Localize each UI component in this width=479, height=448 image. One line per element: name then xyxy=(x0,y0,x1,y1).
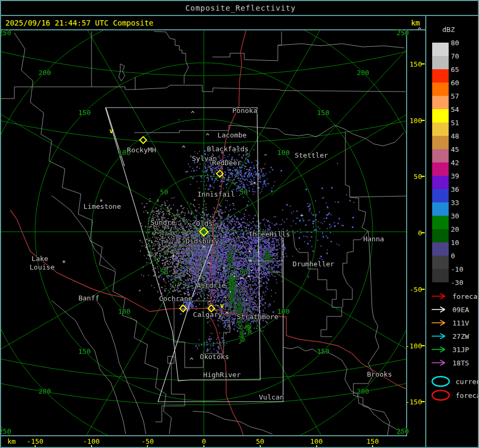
timestamp-bar: 2025/09/16 21:44:57 UTC Composite km xyxy=(1,16,425,30)
right-axis-label: 150 xyxy=(410,60,422,68)
ring-distance-label: 100 xyxy=(277,148,290,156)
dbz-cell-label: 54 xyxy=(451,106,472,113)
dbz-cell xyxy=(432,189,449,202)
dbz-cell-label: 51 xyxy=(451,119,472,126)
boundary-line xyxy=(52,300,126,434)
dbz-bottom-label: -30 xyxy=(451,279,472,286)
city-label-stettler: Stettler xyxy=(295,151,328,159)
right-axis-label: 100 xyxy=(410,116,422,124)
boundary-line xyxy=(353,231,390,435)
dbz-cell-label: 80 xyxy=(451,39,472,46)
boundary-line xyxy=(155,356,272,434)
dbz-cell-label: 20 xyxy=(451,226,472,233)
storm-vector-marker: v xyxy=(109,127,113,135)
city-label-didsbury: Didsbury xyxy=(186,237,219,245)
legend-row-27ZW: 27ZW xyxy=(431,332,469,340)
city-label-airdrie: Airdrie xyxy=(197,281,226,289)
town-marker: + xyxy=(249,257,252,264)
town-marker: ^ xyxy=(191,110,194,118)
legend-label: forecast xyxy=(452,292,479,300)
dbz-cell xyxy=(432,56,449,69)
dbz-cell xyxy=(432,136,449,149)
city-label-ponoka: Ponoka xyxy=(233,107,258,115)
right-distance-axis: 150100500-50-100-150 xyxy=(406,30,425,435)
bottom-distance-axis: km -150-100-50050100150 xyxy=(1,436,425,448)
dbz-cell xyxy=(432,269,449,282)
town-marker: + xyxy=(248,248,252,255)
dbz-cell-label: -10 xyxy=(451,266,472,273)
city-label-highriver: HighRiver xyxy=(203,371,241,379)
bottom-axis-tick xyxy=(316,445,317,448)
right-axis-label: -50 xyxy=(410,285,422,293)
dbz-cell-label: 10 xyxy=(451,239,472,246)
city-label-calgary: Calgary xyxy=(193,311,222,319)
bottom-axis-tick xyxy=(147,445,148,448)
dbz-cell xyxy=(432,83,449,96)
town-marker: ^ xyxy=(240,276,243,284)
legend-label: 111V xyxy=(452,319,469,327)
dbz-cell-label: 45 xyxy=(451,146,472,153)
legend-row-09EA: 09EA xyxy=(431,305,469,314)
city-label-blackfalds: Blackfalds xyxy=(207,145,249,153)
ring-distance-label: 50 xyxy=(160,267,168,275)
bottom-axis-tick xyxy=(260,445,261,448)
boundary-line xyxy=(96,299,146,434)
bottom-axis-label: 150 xyxy=(366,437,378,445)
dbz-cell-label: 0 xyxy=(451,252,472,259)
legend-label: 31JP xyxy=(452,346,469,354)
radar-sector-outline xyxy=(106,108,125,166)
city-label-cochrane: Cochrane xyxy=(159,295,193,303)
track-arrow-icon xyxy=(431,306,449,313)
city-label-innisfail: Innisfail xyxy=(197,190,235,198)
radar-map-view[interactable]: 5050505010010010010015015015015020020020… xyxy=(1,30,407,436)
current-ellipse-icon xyxy=(431,375,452,388)
ring-distance-label: 50 xyxy=(240,188,248,196)
colorscale-legend-panel: dBZ 807065605754514845423936333020100-10… xyxy=(425,16,479,448)
window-title-bar: Composite_Reflectivity xyxy=(1,1,479,16)
ring-distance-label: 200 xyxy=(38,69,51,77)
boundary-line xyxy=(293,230,342,337)
dbz-cell-label: 70 xyxy=(451,53,472,60)
top-unit-label: km xyxy=(411,19,420,27)
bottom-axis-label: -150 xyxy=(27,437,43,445)
legend-label: 09EA xyxy=(452,306,469,314)
city-label-rockymh: RockyMH xyxy=(127,146,156,154)
city-label-banff: Banff xyxy=(78,294,99,302)
city-label-lake: Lake xyxy=(31,255,48,263)
legend-row-forecast: forecast xyxy=(431,292,479,300)
legend-row-31JP: 31JP xyxy=(431,345,469,354)
ring-distance-label: 50 xyxy=(160,188,168,196)
dbz-cell-label: 60 xyxy=(451,79,472,86)
ring-distance-label: 100 xyxy=(277,307,290,315)
city-label-reddeer: RedDeer xyxy=(212,159,242,167)
legend-label: 18TS xyxy=(452,359,469,367)
city-label-lacombe: Lacombe xyxy=(218,131,247,139)
right-axis-tick xyxy=(421,63,425,64)
dbz-cell-label: 42 xyxy=(451,159,472,166)
city-label-olds: Olds xyxy=(196,219,212,227)
graticule-line xyxy=(271,50,406,196)
dbz-cell xyxy=(432,43,449,56)
town-marker: ^ xyxy=(205,133,209,140)
city-label-sundre: Sundre xyxy=(151,218,176,226)
dbz-cell xyxy=(432,216,449,229)
dbz-cell xyxy=(432,202,449,216)
town-marker: + xyxy=(172,252,176,259)
town-marker: ^ xyxy=(207,262,210,269)
legend-row-ellipse-forecast: forecast xyxy=(431,389,479,401)
track-arrow-icon xyxy=(431,332,449,340)
dbz-cell-label: 65 xyxy=(451,66,472,73)
ring-distance-label: 200 xyxy=(357,387,369,395)
town-marker: + xyxy=(300,212,304,219)
town-marker: + xyxy=(62,258,66,265)
town-marker: ^ xyxy=(189,357,193,364)
dbz-cell xyxy=(432,176,449,189)
boundary-line xyxy=(1,31,406,99)
dbz-cell-label: 30 xyxy=(451,213,472,219)
town-marker: ^ xyxy=(225,311,228,319)
city-label-louise: Louise xyxy=(30,263,55,271)
town-marker: * xyxy=(100,198,103,205)
timestamp-label: 2025/09/16 21:44:57 UTC Composite xyxy=(5,19,411,27)
town-marker: * xyxy=(253,181,257,188)
ring-distance-label: 150 xyxy=(317,108,329,116)
